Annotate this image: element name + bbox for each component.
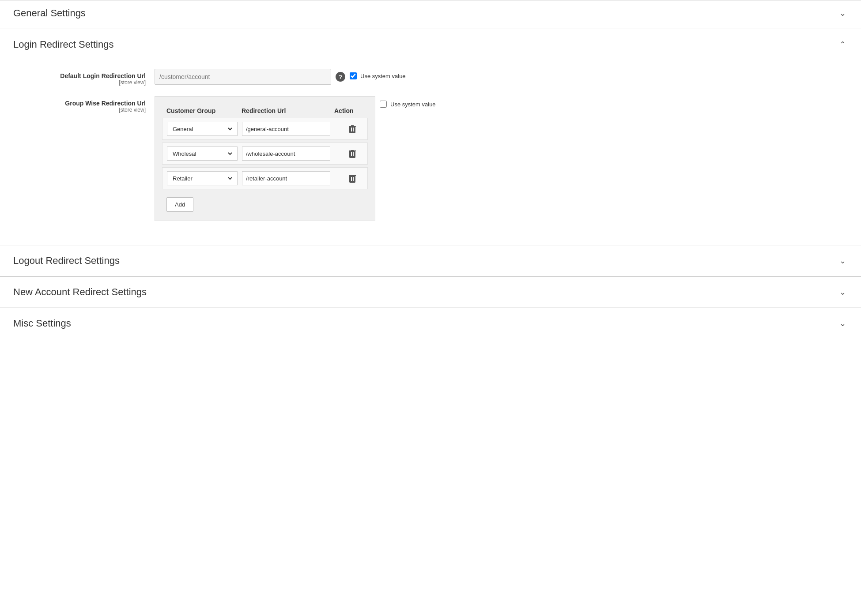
table-row: General Wholesal Retailer NOT LOGGED IN bbox=[162, 167, 368, 189]
new-account-redirect-header[interactable]: New Account Redirect Settings ⌄ bbox=[0, 277, 861, 308]
general-settings-title: General Settings bbox=[13, 8, 86, 19]
default-url-field-row: Default Login Redirection Url [store vie… bbox=[13, 69, 848, 86]
default-url-help-icon[interactable]: ? bbox=[336, 72, 345, 82]
login-redirect-title: Login Redirect Settings bbox=[13, 39, 113, 50]
group-url-input-2[interactable] bbox=[242, 146, 330, 161]
group-dropdown-1[interactable]: General Wholesal Retailer NOT LOGGED IN bbox=[171, 125, 234, 133]
new-account-redirect-title: New Account Redirect Settings bbox=[13, 286, 147, 298]
group-wise-system-value-checkbox[interactable] bbox=[380, 101, 387, 108]
group-dropdown-3[interactable]: General Wholesal Retailer NOT LOGGED IN bbox=[171, 175, 234, 182]
group-select-3: General Wholesal Retailer NOT LOGGED IN bbox=[167, 171, 238, 185]
general-settings-header[interactable]: General Settings ⌄ bbox=[0, 0, 861, 29]
group-table: Customer Group Redirection Url Action Ge… bbox=[155, 96, 375, 221]
group-url-input-3[interactable] bbox=[242, 171, 330, 185]
general-settings-chevron-icon: ⌄ bbox=[837, 8, 848, 19]
table-row: General Wholesal Retailer NOT LOGGED IN bbox=[162, 118, 368, 140]
misc-settings-title: Misc Settings bbox=[13, 318, 71, 329]
group-wise-control: Customer Group Redirection Url Action Ge… bbox=[155, 96, 848, 221]
default-url-input[interactable] bbox=[155, 69, 331, 85]
login-redirect-section: Login Redirect Settings ⌃ Default Login … bbox=[0, 29, 861, 245]
delete-icon-1[interactable] bbox=[335, 124, 370, 133]
delete-icon-2[interactable] bbox=[335, 149, 370, 158]
col-redirection-url: Redirection Url bbox=[242, 107, 330, 114]
group-wise-system-value: Use system value bbox=[380, 101, 436, 108]
misc-settings-section: Misc Settings ⌄ bbox=[0, 308, 861, 339]
col-customer-group: Customer Group bbox=[166, 107, 237, 114]
default-url-control: ? Use system value bbox=[155, 69, 848, 85]
default-url-system-value-label[interactable]: Use system value bbox=[360, 73, 406, 79]
misc-settings-chevron-icon: ⌄ bbox=[837, 318, 848, 329]
group-table-header: Customer Group Redirection Url Action bbox=[162, 104, 368, 118]
new-account-redirect-chevron-icon: ⌄ bbox=[837, 287, 848, 297]
default-url-system-value: Use system value bbox=[350, 72, 406, 79]
default-url-label: Default Login Redirection Url [store vie… bbox=[13, 69, 155, 86]
login-redirect-content: Default Login Redirection Url [store vie… bbox=[0, 60, 861, 245]
general-settings-section: General Settings ⌄ bbox=[0, 0, 861, 29]
group-url-input-1[interactable] bbox=[242, 122, 330, 136]
group-select-2: General Wholesal Retailer NOT LOGGED IN bbox=[167, 146, 238, 161]
new-account-redirect-section: New Account Redirect Settings ⌄ bbox=[0, 276, 861, 308]
table-row: General Wholesal Retailer NOT LOGGED IN bbox=[162, 143, 368, 165]
misc-settings-header[interactable]: Misc Settings ⌄ bbox=[0, 308, 861, 339]
group-wise-system-value-label[interactable]: Use system value bbox=[390, 101, 436, 108]
logout-redirect-title: Logout Redirect Settings bbox=[13, 255, 120, 267]
default-url-system-value-checkbox[interactable] bbox=[350, 72, 357, 79]
login-redirect-chevron-icon: ⌃ bbox=[837, 39, 848, 50]
group-select-1: General Wholesal Retailer NOT LOGGED IN bbox=[167, 122, 238, 136]
login-redirect-header[interactable]: Login Redirect Settings ⌃ bbox=[0, 29, 861, 60]
group-wise-label: Group Wise Redirection Url [store view] bbox=[13, 96, 155, 113]
logout-redirect-chevron-icon: ⌄ bbox=[837, 255, 848, 266]
add-row-button[interactable]: Add bbox=[166, 197, 193, 212]
group-wise-field-row: Group Wise Redirection Url [store view] … bbox=[13, 96, 848, 221]
logout-redirect-header[interactable]: Logout Redirect Settings ⌄ bbox=[0, 245, 861, 276]
logout-redirect-section: Logout Redirect Settings ⌄ bbox=[0, 245, 861, 276]
col-action: Action bbox=[334, 107, 370, 114]
group-dropdown-2[interactable]: General Wholesal Retailer NOT LOGGED IN bbox=[171, 150, 234, 158]
delete-icon-3[interactable] bbox=[335, 174, 370, 183]
